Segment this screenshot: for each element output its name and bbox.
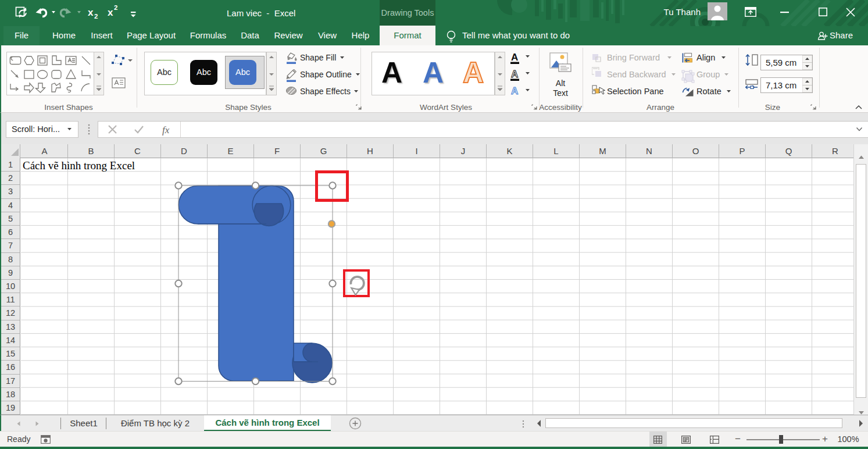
svg-text:A: A	[511, 52, 518, 63]
svg-text:A: A	[511, 69, 518, 80]
svg-text:fx: fx	[162, 124, 170, 136]
svg-text:A: A	[511, 85, 518, 95]
